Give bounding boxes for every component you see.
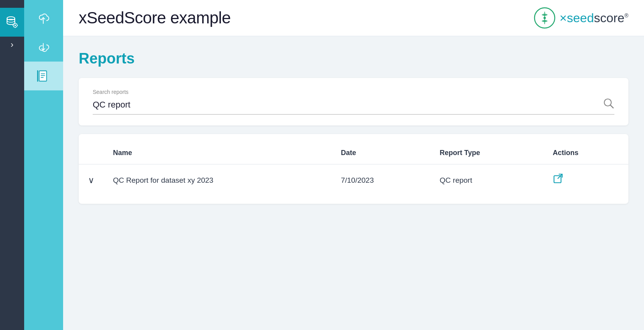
brand-logo-icon [534, 7, 556, 29]
db-gear-icon [5, 15, 19, 30]
brand-name: ×seedscore® [559, 11, 628, 25]
svg-line-23 [610, 105, 613, 108]
search-row [93, 97, 614, 115]
external-link-icon [553, 175, 565, 187]
sidebar-teal [24, 0, 63, 330]
svg-point-21 [543, 17, 546, 19]
col-date: Date [332, 142, 431, 164]
top-header: xSeedScore example ×seedscore® [63, 0, 644, 36]
sidebar-dark: › [0, 0, 24, 330]
col-actions: Actions [543, 142, 628, 164]
search-card: Search reports [79, 78, 628, 125]
svg-line-8 [14, 24, 14, 25]
page-body: Reports Search reports Nam [63, 36, 644, 330]
search-icon[interactable] [603, 97, 614, 112]
sidebar-item-download[interactable] [24, 33, 63, 62]
row-expand-cell: ∨ [79, 164, 104, 196]
svg-rect-14 [39, 71, 47, 81]
reports-table: Name Date Report Type Actions ∨ QC Repor… [79, 142, 628, 196]
expand-sidebar-button[interactable]: › [11, 41, 13, 49]
main-content: xSeedScore example ×seedscore® Reports S… [63, 0, 644, 330]
reports-book-icon [36, 69, 51, 83]
upload-cloud-icon [36, 11, 51, 26]
svg-line-11 [14, 26, 14, 27]
expand-row-button[interactable]: ∨ [88, 175, 94, 185]
svg-line-10 [16, 24, 17, 25]
search-label: Search reports [93, 89, 614, 95]
open-report-button[interactable] [553, 173, 565, 187]
download-cloud-icon [36, 40, 51, 55]
table-header-row: Name Date Report Type Actions [79, 142, 628, 164]
row-report-type: QC report [431, 164, 543, 196]
page-title: Reports [79, 50, 628, 67]
brand-logo: ×seedscore® [534, 7, 628, 29]
svg-line-25 [558, 174, 562, 178]
sidebar-item-upload[interactable] [24, 4, 63, 33]
col-name: Name [104, 142, 332, 164]
table-card: Name Date Report Type Actions ∨ QC Repor… [79, 134, 628, 204]
table-row: ∨ QC Report for dataset xy 2023 7/10/202… [79, 164, 628, 196]
row-name: QC Report for dataset xy 2023 [104, 164, 332, 196]
search-input[interactable] [93, 100, 603, 110]
col-report-type: Report Type [431, 142, 543, 164]
app-title: xSeedScore example [79, 9, 231, 27]
svg-point-3 [14, 25, 16, 26]
col-expand [79, 142, 104, 164]
sidebar-logo-block [0, 8, 24, 37]
sidebar-item-reports[interactable] [24, 62, 63, 90]
svg-line-9 [16, 26, 17, 27]
row-actions [543, 164, 628, 196]
row-date: 7/10/2023 [332, 164, 431, 196]
